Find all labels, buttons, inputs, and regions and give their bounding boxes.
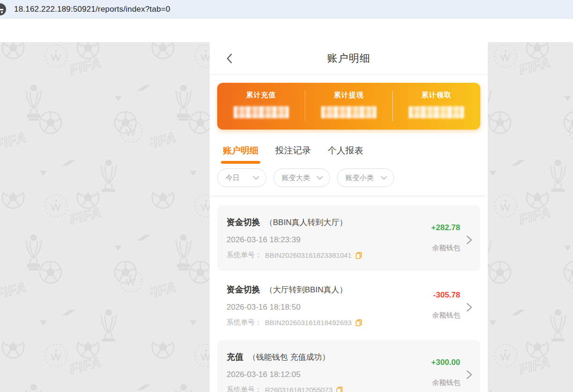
- txn-amount-block: -305.78 余额钱包: [432, 284, 460, 331]
- divider: [392, 90, 393, 121]
- filter-bar: 今日 账变大类 账变小类: [210, 164, 488, 196]
- masked-value: [234, 106, 289, 118]
- chevron-right-icon[interactable]: [466, 302, 473, 312]
- browser-address-bar[interactable]: 18.162.222.189:50921/reports/index?tab=0: [0, 0, 573, 19]
- copy-icon[interactable]: [355, 319, 363, 327]
- txn-order-label: 系统单号：: [227, 385, 262, 392]
- txn-amount-block: +300.00 余额钱包: [431, 351, 460, 392]
- page-title: 账户明细: [327, 51, 370, 65]
- txn-info: 充值 （钱能钱包 充值成功） 2026-03-16 18:12:05 系统单号：…: [227, 351, 431, 392]
- txn-datetime: 2026-03-16 18:18:50: [227, 303, 432, 312]
- summary-total-deposit: 累计充值: [217, 83, 305, 130]
- chevron-down-icon: [316, 176, 323, 180]
- masked-value: [321, 106, 376, 118]
- txn-type: 充值: [227, 351, 243, 363]
- txn-description: （大厅转到BBIN真人）: [265, 284, 347, 295]
- app-header: 账户明细: [210, 42, 488, 75]
- txn-datetime: 2026-03-16 18:12:05: [227, 370, 431, 379]
- txn-info: 资金切换 （大厅转到BBIN真人） 2026-03-16 18:18:50 系统…: [227, 284, 432, 331]
- txn-order-no: BBIN202603161818492693: [265, 319, 352, 327]
- txn-amount-block: +282.78 余额钱包: [431, 217, 460, 263]
- summary-total-claimed: 累计领取: [393, 83, 480, 130]
- tab-label: 账户明细: [223, 145, 258, 161]
- txn-type: 资金切换: [227, 217, 260, 228]
- site-favicon-icon: [0, 3, 6, 15]
- txn-order-no: R2603161812055073: [265, 386, 332, 392]
- txn-type: 资金切换: [227, 284, 260, 295]
- transaction-row[interactable]: 资金切换 （BBIN真人转到大厅） 2026-03-16 18:23:39 系统…: [217, 205, 480, 271]
- txn-info: 资金切换 （BBIN真人转到大厅） 2026-03-16 18:23:39 系统…: [227, 217, 431, 263]
- txn-order-no: BBIN202603161823381041: [265, 251, 352, 259]
- summary-label: 累计提现: [334, 91, 364, 100]
- chevron-right-icon[interactable]: [466, 235, 473, 245]
- tab-label: 个人报表: [328, 145, 363, 161]
- txn-description: （钱能钱包 充值成功）: [248, 352, 330, 363]
- txn-amount: +282.78: [431, 223, 460, 232]
- transaction-list: 资金切换 （BBIN真人转到大厅） 2026-03-16 18:23:39 系统…: [210, 196, 488, 392]
- filter-label: 账变大类: [282, 174, 310, 182]
- masked-value: [409, 106, 464, 118]
- chevron-right-icon[interactable]: [466, 370, 473, 380]
- txn-order-label: 系统单号：: [227, 318, 262, 327]
- url-text[interactable]: 18.162.222.189:50921/reports/index?tab=0: [14, 5, 170, 14]
- summary-section: 累计充值 累计提现 累计领取: [210, 75, 488, 130]
- transaction-row[interactable]: 充值 （钱能钱包 充值成功） 2026-03-16 18:12:05 系统单号：…: [217, 340, 480, 392]
- chevron-down-icon: [381, 176, 387, 180]
- copy-icon[interactable]: [336, 386, 344, 392]
- filter-minor-type-dropdown[interactable]: 账变小类: [337, 168, 394, 187]
- filter-label: 账变小类: [345, 174, 374, 182]
- filter-major-type-dropdown[interactable]: 账变大类: [273, 168, 330, 187]
- tab-bet-records[interactable]: 投注记录: [273, 145, 313, 164]
- txn-amount: -305.78: [433, 290, 460, 300]
- back-button[interactable]: [223, 52, 236, 65]
- divider: [305, 90, 305, 121]
- summary-label: 累计充值: [246, 91, 276, 100]
- screen: 18.162.222.189:50921/reports/index?tab=0: [0, 0, 573, 392]
- txn-wallet: 余额钱包: [432, 311, 460, 320]
- summary-card: 累计充值 累计提现 累计领取: [217, 83, 480, 130]
- txn-wallet: 余额钱包: [432, 378, 460, 387]
- chevron-left-icon: [226, 53, 233, 64]
- summary-label: 累计领取: [421, 91, 451, 100]
- filter-label: 今日: [226, 174, 240, 182]
- txn-datetime: 2026-03-16 18:23:39: [227, 235, 431, 245]
- tab-account-details[interactable]: 账户明细: [221, 145, 260, 164]
- tab-label: 投注记录: [275, 145, 311, 161]
- txn-order-label: 系统单号：: [227, 251, 262, 260]
- txn-amount: +300.00: [431, 358, 460, 367]
- tab-bar: 账户明细 投注记录 个人报表: [210, 130, 488, 164]
- chevron-down-icon: [253, 176, 259, 180]
- txn-wallet: 余额钱包: [432, 244, 460, 253]
- transaction-row[interactable]: 资金切换 （大厅转到BBIN真人） 2026-03-16 18:18:50 系统…: [217, 273, 480, 338]
- summary-total-withdraw: 累计提现: [305, 83, 392, 130]
- copy-icon[interactable]: [355, 251, 363, 259]
- tab-personal-report[interactable]: 个人报表: [326, 145, 365, 164]
- filter-date-dropdown[interactable]: 今日: [217, 168, 266, 187]
- app-panel: 账户明细 累计充值 累计提现 累计领取: [210, 19, 488, 392]
- txn-description: （BBIN真人转到大厅）: [265, 217, 347, 228]
